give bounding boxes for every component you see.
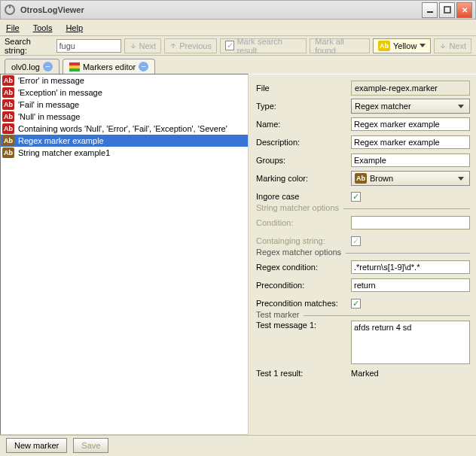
precondition-label: Precondition: [256, 281, 346, 290]
close-button[interactable]: ✕ [456, 2, 472, 18]
ab-brown-icon: Ab [2, 135, 14, 146]
svg-rect-3 [444, 7, 450, 13]
mark-search-result[interactable]: ✓Mark search result [220, 38, 307, 53]
test-marker-section: Test marker [256, 310, 304, 319]
marker-row[interactable]: Ab'Error' in message [1, 74, 248, 87]
marker-row-label: Regex marker example [18, 136, 104, 145]
close-tab-icon[interactable]: − [43, 62, 53, 71]
marker-row-label: String matcher example1 [18, 148, 110, 157]
marker-row[interactable]: AbRegex marker example [1, 135, 248, 147]
ignore-case-label: Ingore case [256, 192, 346, 201]
save-button: Save [73, 438, 108, 453]
mark-all-found[interactable]: Mark all found [310, 38, 370, 53]
new-marker-button[interactable]: New marker [6, 438, 67, 453]
menu-help[interactable]: Help [66, 23, 83, 32]
marker-row-label: Containing words 'Null', 'Error', 'Fail'… [18, 124, 227, 133]
test-message-label: Test message 1: [256, 321, 346, 330]
menu-tools[interactable]: Tools [33, 23, 53, 32]
menubar: File Tools Help [0, 20, 476, 36]
ab-red-icon: Ab [2, 99, 14, 110]
marking-color-select[interactable]: AbBrown [351, 171, 470, 186]
chevron-down-icon [420, 44, 426, 47]
mark-color-dropdown[interactable]: AbYellow [373, 38, 431, 53]
ab-yellow-icon: Ab [378, 41, 390, 51]
regex-condition-label: Regex condition: [256, 263, 346, 272]
precondition-matches-checkbox: ✓ [351, 299, 361, 309]
marker-row-label: 'Fail' in message [18, 100, 79, 109]
marker-row-label: 'Null' in message [18, 112, 80, 121]
search-label: Search string: [5, 37, 53, 55]
description-label: Description: [256, 138, 346, 147]
regex-condition-input[interactable] [351, 260, 470, 274]
ab-red-icon: Ab [2, 75, 14, 86]
markers-icon [69, 62, 80, 71]
file-label: File [256, 84, 346, 93]
ab-red-icon: Ab [2, 111, 14, 122]
search-next-button[interactable]: Next [124, 38, 162, 53]
groups-label: Groups: [256, 156, 346, 165]
footer: New marker Save [0, 435, 476, 454]
marker-row[interactable]: Ab'Fail' in message [1, 99, 248, 111]
ignore-case-checkbox[interactable]: ✓ [351, 192, 361, 202]
tab-markers-editor[interactable]: Markers editor− [63, 59, 155, 74]
type-select[interactable]: Regex matcher [351, 99, 470, 114]
content: Ab'Error' in messageAb'Exception' in mes… [0, 74, 476, 435]
search-input[interactable] [56, 39, 121, 53]
svg-rect-2 [427, 11, 433, 13]
marker-row-label: 'Error' in message [18, 76, 84, 85]
ab-brown-icon: Ab [355, 173, 367, 184]
minimize-button[interactable] [422, 2, 438, 18]
search-toolbar: Search string: Next Previous ✓Mark searc… [0, 36, 476, 56]
svg-rect-1 [9, 5, 11, 8]
groups-input[interactable] [351, 154, 470, 167]
name-input[interactable] [351, 117, 470, 131]
precondition-matches-label: Precondition matches: [256, 299, 346, 308]
search-next-button-2[interactable]: Next [434, 38, 471, 53]
type-label: Type: [256, 102, 346, 111]
marker-row[interactable]: Ab'Null' in message [1, 111, 248, 123]
form-panel: File example-regex.marker Type: Regex ma… [249, 74, 476, 435]
marking-color-label: Marking color: [256, 174, 346, 183]
chevron-down-icon [458, 177, 464, 181]
tab-olv-log[interactable]: olv0.log− [5, 59, 60, 74]
containing-string-label: Containging string: [256, 236, 346, 245]
search-previous-button[interactable]: Previous [164, 38, 217, 53]
string-matcher-section: String matcher options [256, 203, 343, 212]
condition-input [351, 216, 470, 230]
menu-file[interactable]: File [6, 23, 20, 32]
test-result-value: Marked [351, 369, 379, 378]
test-message-input[interactable]: afds return 4 sd [351, 321, 470, 364]
condition-label: Condition: [256, 218, 346, 227]
ab-brown-icon: Ab [2, 147, 14, 158]
regex-matcher-section: Regex matcher options [256, 248, 346, 257]
marker-row[interactable]: AbString matcher example1 [1, 147, 248, 159]
marker-row-label: 'Exception' in message [18, 88, 102, 97]
window-title: OtrosLogViewer [20, 5, 420, 14]
titlebar: OtrosLogViewer ✕ [0, 0, 476, 20]
tabs: olv0.log− Markers editor− [0, 56, 476, 74]
marker-list[interactable]: Ab'Error' in messageAb'Exception' in mes… [0, 74, 249, 435]
close-tab-icon[interactable]: − [139, 62, 148, 71]
test-result-label: Test 1 result: [256, 369, 346, 378]
app-icon [4, 4, 16, 16]
ab-red-icon: Ab [2, 87, 14, 98]
ab-red-icon: Ab [2, 123, 14, 134]
marker-row[interactable]: AbContaining words 'Null', 'Error', 'Fai… [1, 123, 248, 135]
precondition-input[interactable] [351, 278, 470, 292]
chevron-down-icon [458, 105, 464, 108]
file-display: example-regex.marker [351, 81, 470, 96]
description-input[interactable] [351, 135, 470, 149]
containing-string-checkbox: ✓ [351, 236, 361, 246]
name-label: Name: [256, 120, 346, 129]
marker-row[interactable]: Ab'Exception' in message [1, 87, 248, 99]
maximize-button[interactable] [439, 2, 455, 18]
